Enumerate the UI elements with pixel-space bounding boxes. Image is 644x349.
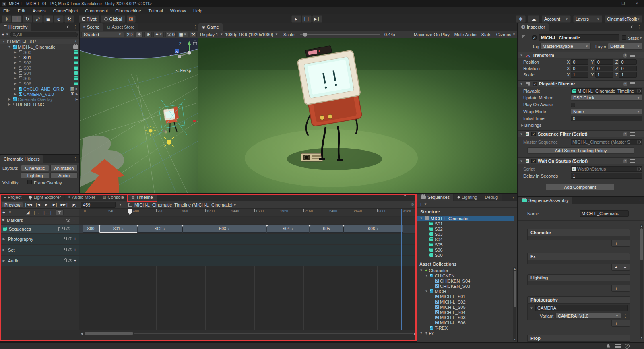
hierarchy-search-input[interactable]: All xyxy=(10,32,78,37)
previous-frame-button[interactable]: ❘◀ xyxy=(33,202,41,208)
transform-rotation-z-field[interactable]: 0 xyxy=(619,66,637,71)
foldout-icon[interactable]: ▶ xyxy=(13,76,17,80)
foldout-icon[interactable]: ▼ xyxy=(7,45,12,49)
vscroll-thumb[interactable] xyxy=(514,271,516,307)
kebab-menu-icon[interactable]: ⋮ xyxy=(638,198,642,203)
timeline-clip-s03[interactable]: S03↓ xyxy=(182,225,266,233)
foldout-icon[interactable]: ▶ xyxy=(7,103,12,106)
scale-tool-button[interactable]: ⤢ xyxy=(33,15,43,23)
remove-item-button[interactable]: − xyxy=(624,265,626,270)
scene-grid-dropdown[interactable]: ▦▼ xyxy=(178,32,188,37)
scale-slider[interactable] xyxy=(300,34,380,35)
scroll-up-icon[interactable]: ▲ xyxy=(513,267,516,270)
foldout-icon[interactable]: ▶ xyxy=(13,71,17,75)
scene-viewport[interactable]: y x z < Persp xyxy=(80,38,198,193)
structure-item-root[interactable]: ▼MICH-L_Cinematic xyxy=(417,216,514,221)
hscroll-track[interactable] xyxy=(134,333,413,334)
cloud-services-button[interactable]: ☁ xyxy=(528,15,539,23)
stats-toggle[interactable]: Stats xyxy=(481,32,491,37)
foldout-icon[interactable]: ▶ xyxy=(13,92,17,96)
mix-mode-button[interactable]: ◢ xyxy=(26,210,29,215)
next-frame-button[interactable]: ▶❘ xyxy=(51,202,59,208)
layout-lighting-button[interactable]: Lighting xyxy=(21,172,49,178)
timeline-clip-s04[interactable]: S04↓ xyxy=(267,225,310,233)
structure-item-s02[interactable]: S02 xyxy=(417,226,514,231)
track-header-sequences[interactable]: Sequences ⋮ xyxy=(0,225,79,233)
add-component-button[interactable]: Add Component xyxy=(546,184,614,190)
foldout-icon[interactable]: ▶ xyxy=(13,56,17,59)
hierarchy-item-s00[interactable]: ▶S00 xyxy=(0,50,79,55)
collection-item-chicken_s03[interactable]: CHICKEN_S03 xyxy=(417,283,514,289)
hierarchy-item-s06[interactable]: ▶S06 xyxy=(0,81,79,86)
resolution-dropdown[interactable]: 1080p 16:9 (1920x1080)▼ xyxy=(225,32,278,37)
character-section-header[interactable]: Character xyxy=(527,229,630,236)
layer-dropdown[interactable]: Default▼ xyxy=(608,43,642,50)
minimize-button[interactable]: — xyxy=(607,2,611,6)
chevron-down-icon[interactable]: ▼ xyxy=(8,211,12,214)
pin-markers-button[interactable] xyxy=(56,209,64,215)
eye-icon[interactable] xyxy=(66,227,70,230)
layout-animation-button[interactable]: Animation xyxy=(50,165,78,171)
help-icon[interactable]: ? xyxy=(623,82,627,86)
foldout-icon[interactable]: ▶ xyxy=(13,61,17,64)
hscroll-thumb[interactable] xyxy=(85,332,133,335)
sequence-badge-icon[interactable] xyxy=(74,76,78,80)
foldout-icon[interactable]: ▼ xyxy=(419,217,423,220)
frame-overlay-checkbox[interactable] xyxy=(27,180,32,184)
clip-boundary-marker[interactable] xyxy=(98,225,101,227)
hierarchy-item-mich-l_cinematic[interactable]: ▼MICH-L_Cinematic xyxy=(0,44,79,50)
clip-boundary-marker[interactable] xyxy=(308,225,311,227)
preferences-light-button[interactable]: ✲ xyxy=(516,15,526,23)
scale-slider-thumb[interactable] xyxy=(303,33,307,37)
ripple-mode-button[interactable]: ❘→ xyxy=(33,211,39,215)
step-button[interactable]: ▶❘ xyxy=(312,15,322,23)
transform-scale-z-field[interactable]: 1 xyxy=(619,72,637,78)
notifications-muted-icon[interactable] xyxy=(606,343,611,349)
close-button[interactable]: ✕ xyxy=(635,2,638,6)
pin-icon[interactable] xyxy=(57,227,60,231)
vscroll-thumb[interactable] xyxy=(640,228,643,260)
mute-audio-toggle[interactable]: Mute Audio xyxy=(454,32,477,37)
sequence-badge-icon[interactable] xyxy=(74,82,78,85)
lighting-section-header[interactable]: Lighting xyxy=(527,274,630,281)
eye-icon[interactable] xyxy=(68,237,72,240)
hierarchy-item-s03[interactable]: ▶S03 xyxy=(0,65,79,70)
scene-audio-button[interactable]: 🕪 xyxy=(144,32,152,37)
timeline-hscrollbar[interactable]: ◀ ▶ xyxy=(79,331,417,336)
camera-rig-badge-icon[interactable]: ♜ xyxy=(70,91,74,97)
collection-item-fx[interactable]: ▼≋Fx xyxy=(417,330,514,336)
display-dropdown[interactable]: Display 1▼ xyxy=(200,32,223,37)
sequence-badge-icon[interactable] xyxy=(74,66,78,70)
structure-item-s04[interactable]: S04 xyxy=(417,237,514,242)
kebab-menu-icon[interactable]: ⋮ xyxy=(623,313,628,318)
add-clip-button[interactable]: + xyxy=(74,247,76,253)
prefab-open-chevron-icon[interactable]: ▶ xyxy=(76,87,78,91)
pause-button[interactable]: ❘❘ xyxy=(302,15,312,23)
hierarchy-item-cinematicoverlay[interactable]: ▶CinematicOverlay▶ xyxy=(0,97,79,102)
menu-tutorial[interactable]: Tutorial xyxy=(149,8,163,13)
add-scene-loading-policy-button[interactable]: Add Scene Loading Policy xyxy=(527,147,634,154)
photography-section-header[interactable]: Photography xyxy=(527,296,630,304)
tab-game[interactable]: ◉ Game xyxy=(198,23,223,31)
gear-icon[interactable]: ✲ xyxy=(410,202,415,207)
prefab-open-chevron-icon[interactable]: ▶ xyxy=(76,92,78,96)
eye-icon[interactable] xyxy=(66,219,70,222)
kebab-menu-icon[interactable]: ⋮ xyxy=(638,159,642,164)
kebab-menu-icon[interactable]: ⋮ xyxy=(511,195,516,200)
clip-boundary-marker[interactable] xyxy=(136,225,139,227)
lock-icon[interactable] xyxy=(631,26,634,28)
timeline-clip-s00[interactable]: S00 xyxy=(83,225,99,233)
collection-item-mich-l_s02[interactable]: MICH-L_S02 xyxy=(417,299,514,304)
character-section-list[interactable] xyxy=(527,236,630,240)
sequence-badge-icon[interactable] xyxy=(74,56,78,59)
track-header-audio[interactable]: ▶ Audio + xyxy=(0,256,79,266)
foldout-icon[interactable]: ▶ xyxy=(13,50,17,54)
foldout-icon[interactable]: ▼ xyxy=(424,274,429,277)
gizmos-dropdown[interactable]: Gizmos▼ xyxy=(496,32,516,37)
play-range-button[interactable]: [▶] xyxy=(70,202,78,208)
fx-section-header[interactable]: Fx xyxy=(527,253,630,260)
kebab-menu-icon[interactable]: ⋮ xyxy=(73,157,78,162)
tab-lighting[interactable]: Lighting xyxy=(454,194,481,201)
hierarchy-item-s04[interactable]: ▶S04 xyxy=(0,70,79,76)
foldout-icon[interactable]: ▶ xyxy=(520,124,524,127)
